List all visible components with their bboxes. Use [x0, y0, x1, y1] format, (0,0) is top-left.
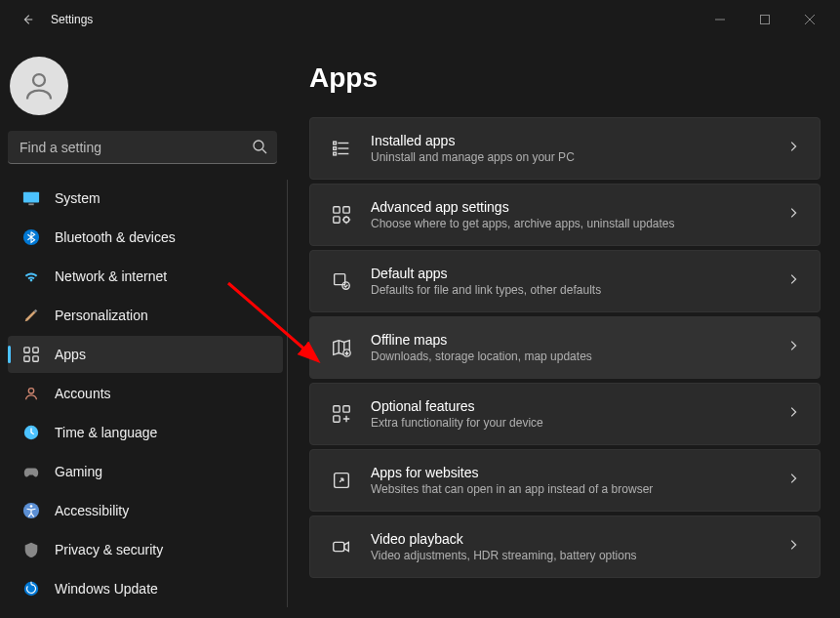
card-subtitle: Extra functionality for your device	[371, 416, 786, 430]
svg-rect-23	[334, 147, 337, 150]
features-icon	[330, 402, 353, 426]
search-input[interactable]	[8, 131, 277, 164]
svg-rect-11	[33, 348, 38, 352]
svg-point-17	[30, 505, 33, 508]
close-button[interactable]	[787, 4, 832, 35]
card-offline-maps[interactable]: Offline maps Downloads, storage location…	[309, 316, 820, 379]
card-title: Optional features	[371, 398, 786, 414]
card-apps-websites[interactable]: Apps for websites Websites that can open…	[309, 449, 820, 512]
card-video-playback[interactable]: Video playback Video adjustments, HDR st…	[309, 515, 820, 578]
card-subtitle: Downloads, storage location, map updates	[371, 350, 786, 363]
avatar[interactable]	[10, 57, 68, 115]
svg-rect-22	[334, 142, 337, 144]
back-button[interactable]	[8, 0, 47, 39]
chevron-right-icon	[786, 272, 800, 290]
bluetooth-icon	[21, 227, 41, 247]
sidebar-item-label: Gaming	[55, 464, 102, 479]
chevron-right-icon	[786, 339, 800, 356]
chevron-right-icon	[786, 538, 800, 556]
svg-rect-32	[334, 406, 340, 412]
map-icon	[330, 336, 353, 359]
wifi-icon	[21, 267, 41, 286]
svg-rect-26	[343, 207, 349, 213]
link-icon	[330, 469, 353, 492]
sidebar-item-label: Time & language	[55, 425, 157, 440]
svg-line-6	[262, 149, 266, 153]
update-icon	[21, 579, 41, 598]
card-title: Installed apps	[371, 133, 786, 148]
card-subtitle: Video adjustments, HDR streaming, batter…	[371, 549, 786, 562]
sidebar-item-accounts[interactable]: Accounts	[8, 375, 283, 412]
sidebar-item-label: Privacy & security	[55, 542, 163, 557]
card-title: Video playback	[371, 531, 786, 547]
sidebar-item-label: Accessibility	[55, 503, 129, 518]
sidebar-item-accessibility[interactable]: Accessibility	[8, 492, 283, 529]
chevron-right-icon	[786, 472, 800, 489]
svg-rect-33	[343, 406, 349, 412]
sidebar-item-label: Bluetooth & devices	[55, 229, 176, 245]
clock-icon	[21, 423, 41, 442]
card-subtitle: Choose where to get apps, archive apps, …	[371, 217, 786, 230]
sidebar-item-update[interactable]: Windows Update	[8, 570, 283, 607]
sidebar-item-privacy[interactable]: Privacy & security	[8, 531, 283, 568]
gamepad-icon	[21, 462, 41, 481]
svg-rect-36	[334, 542, 344, 551]
minimize-button[interactable]	[698, 4, 742, 35]
search-icon	[252, 139, 267, 158]
svg-point-5	[254, 141, 263, 150]
close-icon	[805, 15, 815, 24]
card-title: Apps for websites	[371, 465, 786, 480]
svg-rect-8	[28, 203, 33, 205]
sidebar-item-label: System	[55, 190, 100, 206]
person-icon	[21, 68, 57, 103]
card-title: Advanced app settings	[371, 199, 786, 215]
svg-rect-24	[334, 152, 337, 155]
card-subtitle: Uninstall and manage apps on your PC	[371, 150, 786, 164]
card-default-apps[interactable]: Default apps Defaults for file and link …	[309, 250, 820, 312]
sidebar-item-label: Apps	[55, 347, 86, 362]
svg-rect-12	[24, 356, 29, 361]
svg-rect-7	[23, 192, 39, 203]
card-title: Default apps	[371, 266, 786, 281]
svg-point-14	[28, 389, 33, 393]
sidebar-item-label: Windows Update	[55, 581, 158, 597]
maximize-button[interactable]	[742, 4, 787, 35]
shield-icon	[21, 540, 41, 559]
arrow-left-icon	[20, 13, 34, 26]
svg-rect-1	[761, 16, 770, 24]
sidebar-item-bluetooth[interactable]: Bluetooth & devices	[8, 219, 283, 256]
chevron-right-icon	[786, 206, 800, 224]
chevron-right-icon	[786, 405, 800, 423]
paintbrush-icon	[21, 306, 41, 325]
default-apps-icon	[330, 269, 353, 293]
app-settings-icon	[330, 203, 353, 227]
sidebar-item-network[interactable]: Network & internet	[8, 258, 283, 295]
accessibility-icon	[21, 501, 41, 520]
list-icon	[330, 137, 353, 160]
sidebar-item-gaming[interactable]: Gaming	[8, 453, 283, 490]
sidebar-item-personalization[interactable]: Personalization	[8, 297, 283, 334]
card-title: Offline maps	[371, 332, 786, 348]
minimize-icon	[715, 15, 725, 24]
window-title: Settings	[51, 13, 93, 26]
card-optional-features[interactable]: Optional features Extra functionality fo…	[309, 383, 820, 445]
svg-point-4	[33, 74, 45, 86]
svg-rect-13	[33, 356, 38, 361]
apps-icon	[21, 345, 41, 364]
video-icon	[330, 535, 353, 558]
card-installed-apps[interactable]: Installed apps Uninstall and manage apps…	[309, 117, 820, 180]
card-subtitle: Websites that can open in an app instead…	[371, 482, 786, 496]
card-subtitle: Defaults for file and link types, other …	[371, 283, 786, 297]
monitor-icon	[21, 188, 41, 208]
sidebar-item-apps[interactable]: Apps	[8, 336, 283, 373]
person-icon	[21, 384, 41, 403]
svg-point-28	[343, 217, 349, 223]
svg-rect-34	[334, 416, 340, 422]
sidebar-item-system[interactable]: System	[8, 180, 283, 217]
sidebar-item-time[interactable]: Time & language	[8, 414, 283, 451]
chevron-right-icon	[786, 140, 800, 157]
sidebar-item-label: Network & internet	[55, 268, 167, 284]
card-advanced-settings[interactable]: Advanced app settings Choose where to ge…	[309, 184, 820, 246]
sidebar-item-label: Personalization	[55, 308, 148, 323]
page-title: Apps	[309, 62, 820, 94]
